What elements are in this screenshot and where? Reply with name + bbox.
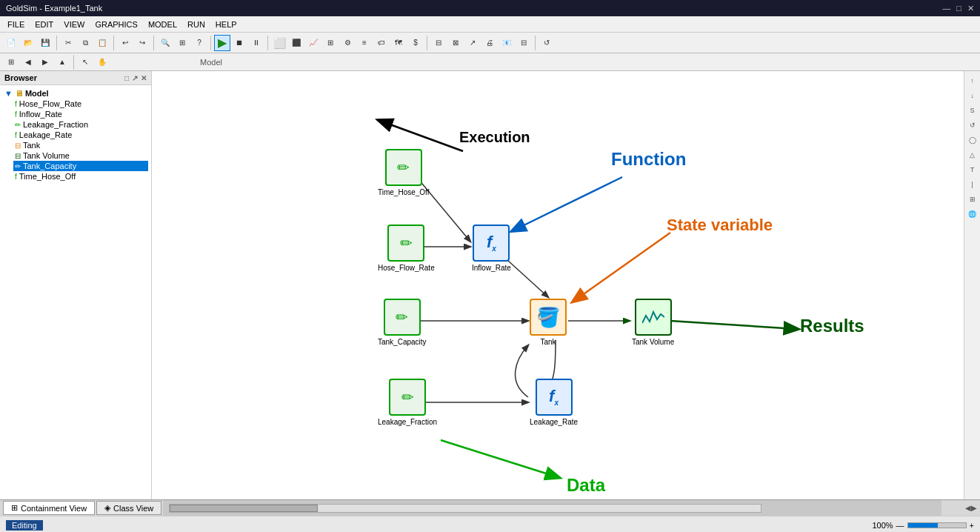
annotation-editing-mode: Editing mode	[267, 497, 361, 499]
canvas-scrollbar-h[interactable]	[163, 500, 941, 516]
zoom-slider-track[interactable]	[907, 522, 967, 528]
node-tank[interactable]: 🪣 Tank	[530, 299, 567, 346]
zoom-slider-thumb[interactable]	[908, 523, 938, 528]
containment-view-icon: ⊞	[11, 503, 18, 513]
svg-line-10	[441, 440, 558, 477]
menu-edit[interactable]: EDIT	[30, 19, 58, 30]
annotation-data: Data	[567, 475, 605, 496]
map-btn[interactable]: 🗺	[390, 35, 407, 51]
node-tank-volume[interactable]: Tank Volume	[632, 299, 674, 346]
node-leakage-fraction[interactable]: ✏ Leakage_Fraction	[378, 379, 437, 426]
tree-item-hose-flow-rate[interactable]: f Hose_Flow_Rate	[13, 99, 148, 109]
select-mode[interactable]: ↖	[77, 54, 93, 70]
node-hose-flow-rate[interactable]: ✏ Hose_Flow_Rate	[378, 225, 435, 272]
browser-float-btn[interactable]: ↗	[132, 74, 138, 82]
help-btn[interactable]: ?	[191, 35, 207, 51]
table-btn[interactable]: ⊞	[322, 35, 339, 51]
browser-panel: Browser □ ↗ ✕ ▼ 🖥 Model f Hose_Flow_Rate…	[0, 71, 152, 499]
right-tool-6[interactable]: △	[966, 148, 979, 162]
canvas-size: ◀▶	[943, 504, 980, 512]
new-btn[interactable]: 📄	[3, 35, 19, 51]
tag-btn[interactable]: 🏷	[373, 35, 390, 51]
dollar-btn[interactable]: $	[407, 35, 424, 51]
right-tool-1[interactable]: ↑	[966, 74, 979, 87]
menu-help[interactable]: HELP	[211, 19, 241, 30]
stop-btn[interactable]: ⏹	[231, 35, 247, 51]
close-btn[interactable]: ✕	[967, 4, 974, 13]
right-tool-5[interactable]: ◯	[966, 133, 979, 147]
refresh-btn[interactable]: ↺	[539, 35, 555, 51]
status-bar: Editing 100% — +	[0, 516, 980, 532]
print-btn[interactable]: 🖨	[481, 35, 498, 51]
cut-btn[interactable]: ✂	[60, 35, 76, 51]
h-scrollbar-thumb[interactable]	[170, 505, 318, 512]
save-btn[interactable]: 💾	[37, 35, 53, 51]
tree-item-time-hose-off[interactable]: f Time_Hose_Off	[13, 171, 148, 182]
menu-graphics[interactable]: GRAPHICS	[90, 19, 141, 30]
right-tool-4[interactable]: ↺	[966, 119, 979, 132]
tank-capacity-icon: ✏	[384, 299, 421, 336]
open-btn[interactable]: 📂	[20, 35, 36, 51]
right-panel: ↑ ↓ S ↺ ◯ △ T | ⊞ 🌐	[964, 71, 980, 499]
paste-btn[interactable]: 📋	[94, 35, 110, 51]
right-tool-8[interactable]: |	[966, 178, 979, 191]
tree-item-tank-capacity[interactable]: ✏ Tank_Capacity	[13, 161, 148, 171]
browser-pin-btn[interactable]: □	[124, 74, 129, 82]
zoom-minus-btn[interactable]: —	[896, 521, 904, 530]
tree-item-inflow-rate[interactable]: f Inflow_Rate	[13, 109, 148, 119]
undo-btn[interactable]: ↩	[117, 35, 133, 51]
tree-root-model[interactable]: ▼ 🖥 Model	[3, 88, 148, 99]
run-btn[interactable]: ▶	[214, 35, 230, 51]
tree-item-tank-volume[interactable]: ⊟ Tank Volume	[13, 150, 148, 161]
grid1-btn[interactable]: ⊟	[430, 35, 447, 51]
diagram-svg	[152, 71, 964, 499]
filter-btn[interactable]: ⊞	[174, 35, 190, 51]
title-bar: GoldSim - Example1_Tank — □ ✕	[0, 0, 980, 16]
find-btn[interactable]: 🔍	[157, 35, 173, 51]
menu-file[interactable]: FILE	[3, 19, 29, 30]
chart-btn[interactable]: 📈	[305, 35, 321, 51]
export-btn[interactable]: ↗	[464, 35, 481, 51]
zoom-in-btn[interactable]: ⬜	[271, 35, 287, 51]
node-tank-capacity[interactable]: ✏ Tank_Capacity	[378, 299, 427, 346]
h-scrollbar-track[interactable]	[169, 504, 761, 513]
right-tool-10[interactable]: 🌐	[966, 207, 979, 221]
menu-model[interactable]: MODEL	[144, 19, 181, 30]
redo-btn[interactable]: ↪	[134, 35, 150, 51]
zoom-plus-btn[interactable]: +	[970, 521, 974, 530]
browser-close-btn[interactable]: ✕	[141, 74, 147, 82]
mail-btn[interactable]: 📧	[499, 35, 515, 51]
forward-btn[interactable]: ▶	[37, 54, 53, 70]
layout-btn[interactable]: ⊟	[516, 35, 532, 51]
browser-toggle[interactable]: ⊞	[3, 54, 19, 70]
inflow-rate-label: Inflow_Rate	[472, 264, 511, 272]
up-btn[interactable]: ▲	[54, 54, 70, 70]
tree-item-tank[interactable]: ⊟ Tank	[13, 140, 148, 150]
right-tool-9[interactable]: ⊞	[966, 193, 979, 206]
minimize-btn[interactable]: —	[942, 4, 950, 13]
node-leakage-rate[interactable]: fx Leakage_Rate	[530, 379, 578, 426]
app-title: GoldSim - Example1_Tank	[6, 4, 102, 13]
zoom-out-btn[interactable]: ⬛	[288, 35, 304, 51]
right-tool-2[interactable]: ↓	[966, 89, 979, 102]
pan-mode[interactable]: ✋	[94, 54, 110, 70]
back-btn[interactable]: ◀	[20, 54, 36, 70]
tab-containment-view[interactable]: ⊞ Containment View	[3, 501, 95, 515]
list-btn[interactable]: ≡	[356, 35, 373, 51]
pause-btn[interactable]: ⏸	[248, 35, 264, 51]
right-tool-3[interactable]: S	[966, 104, 979, 117]
right-tool-7[interactable]: T	[966, 163, 979, 176]
tree-item-leakage-fraction[interactable]: ✏ Leakage_Fraction	[13, 119, 148, 130]
maximize-btn[interactable]: □	[956, 4, 961, 13]
tree-item-leakage-rate[interactable]: f Leakage_Rate	[13, 130, 148, 140]
grid2-btn[interactable]: ⊠	[447, 35, 464, 51]
node-inflow-rate[interactable]: fx Inflow_Rate	[472, 225, 511, 272]
tank-capacity-label: Tank_Capacity	[378, 338, 427, 346]
menu-view[interactable]: VIEW	[59, 19, 89, 30]
gear-btn[interactable]: ⚙	[339, 35, 356, 51]
canvas-area[interactable]: ✏ Time_Hose_Off ✏ Hose_Flow_Rate fx Infl…	[152, 71, 964, 499]
tab-class-view[interactable]: ◈ Class View	[96, 501, 161, 515]
node-time-hose-off[interactable]: ✏ Time_Hose_Off	[378, 149, 429, 196]
menu-run[interactable]: RUN	[183, 19, 210, 30]
copy-btn[interactable]: ⧉	[77, 35, 93, 51]
